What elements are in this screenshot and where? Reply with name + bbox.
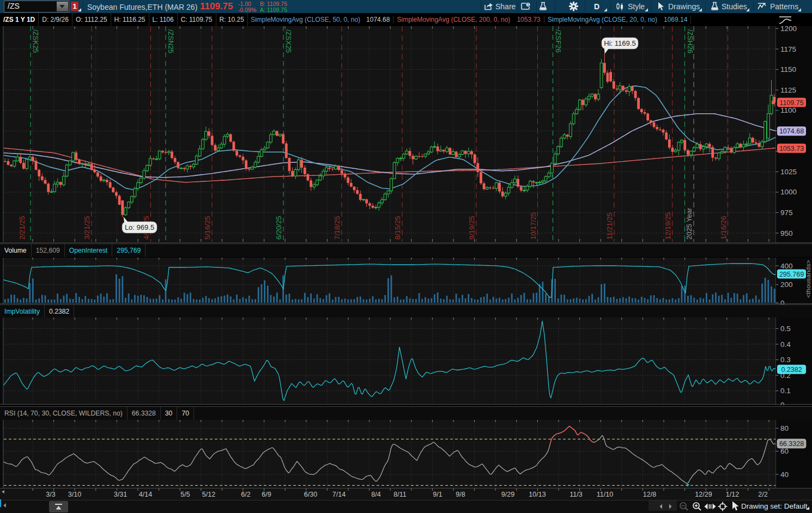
svg-text:0.3: 0.3 bbox=[780, 356, 791, 364]
svg-text:8/11: 8/11 bbox=[393, 491, 406, 498]
svg-text:5/5: 5/5 bbox=[180, 491, 190, 498]
svg-text:950: 950 bbox=[780, 229, 793, 237]
svg-text:40: 40 bbox=[780, 471, 789, 479]
svg-text:3/31: 3/31 bbox=[114, 491, 127, 498]
svg-text:2/2: 2/2 bbox=[758, 491, 767, 498]
svg-text:7/14: 7/14 bbox=[332, 491, 346, 498]
svg-text:9/29: 9/29 bbox=[501, 491, 514, 498]
svg-text:0.1: 0.1 bbox=[780, 387, 791, 395]
svg-text:6/30: 6/30 bbox=[304, 491, 317, 498]
svg-text:1053.73: 1053.73 bbox=[779, 145, 804, 152]
svg-text:8/4: 8/4 bbox=[371, 491, 380, 498]
svg-text:975: 975 bbox=[780, 209, 793, 217]
svg-text:/ZSX25: /ZSX25 bbox=[284, 29, 293, 53]
svg-text:9/1: 9/1 bbox=[433, 491, 442, 498]
svg-text:1200: 1200 bbox=[780, 26, 797, 33]
svg-text:200: 200 bbox=[780, 280, 793, 289]
svg-text:1175: 1175 bbox=[780, 45, 796, 53]
svg-text:1/12: 1/12 bbox=[726, 491, 739, 498]
svg-text:7/18/25: 7/18/25 bbox=[333, 216, 341, 240]
svg-text:5/12: 5/12 bbox=[202, 491, 215, 498]
svg-text:1/16/26: 1/16/26 bbox=[719, 216, 728, 240]
svg-text:3/10: 3/10 bbox=[68, 491, 81, 498]
svg-text:11/10: 11/10 bbox=[597, 491, 613, 498]
svg-text:0.2382: 0.2382 bbox=[781, 366, 802, 374]
svg-text:66.3328: 66.3328 bbox=[779, 440, 804, 448]
svg-text:10/13: 10/13 bbox=[529, 491, 546, 498]
svg-text:60: 60 bbox=[780, 447, 789, 455]
svg-text:80: 80 bbox=[780, 424, 789, 432]
svg-text:9/19/25: 9/19/25 bbox=[468, 216, 476, 240]
svg-text:1125: 1125 bbox=[780, 86, 796, 94]
svg-text:5/16/25: 5/16/25 bbox=[203, 216, 211, 240]
svg-text:10/17/25: 10/17/25 bbox=[529, 212, 537, 240]
svg-text:1025: 1025 bbox=[780, 168, 797, 176]
svg-text:/ZSF26: /ZSF26 bbox=[554, 29, 562, 53]
svg-text:/ZSN25: /ZSN25 bbox=[167, 29, 175, 53]
svg-text:295.769: 295.769 bbox=[779, 271, 804, 278]
svg-text:2/21/25: 2/21/25 bbox=[18, 216, 26, 240]
svg-text:3/21/25: 3/21/25 bbox=[83, 216, 91, 240]
svg-text:0.4: 0.4 bbox=[780, 340, 791, 349]
svg-text:1150: 1150 bbox=[780, 65, 796, 74]
svg-text:2025 Year: 2025 Year bbox=[685, 207, 693, 240]
svg-text:6/9: 6/9 bbox=[262, 491, 271, 498]
svg-text:6/20/25: 6/20/25 bbox=[275, 216, 283, 240]
svg-text:6/2: 6/2 bbox=[241, 491, 250, 498]
svg-text:9/8: 9/8 bbox=[456, 491, 465, 498]
svg-text:4/14: 4/14 bbox=[139, 491, 152, 498]
svg-text:1100: 1100 bbox=[780, 106, 796, 114]
svg-text:1109.75: 1109.75 bbox=[779, 99, 803, 107]
svg-text:400: 400 bbox=[780, 262, 793, 270]
svg-text:Lo: 969.5: Lo: 969.5 bbox=[125, 223, 154, 231]
svg-text:/ZSH26: /ZSH26 bbox=[686, 29, 694, 53]
svg-text:11/21/25: 11/21/25 bbox=[605, 212, 614, 240]
svg-text:3/3: 3/3 bbox=[46, 491, 55, 498]
svg-text:0.5: 0.5 bbox=[780, 325, 791, 333]
svg-text:1000: 1000 bbox=[780, 188, 797, 196]
svg-text:12/19/25: 12/19/25 bbox=[664, 212, 672, 240]
svg-text:8/15/25: 8/15/25 bbox=[393, 216, 402, 240]
svg-text:12/8: 12/8 bbox=[643, 491, 656, 498]
svg-text:12/29: 12/29 bbox=[695, 491, 712, 498]
svg-text:11/3: 11/3 bbox=[569, 491, 582, 498]
svg-text:/ZSK25: /ZSK25 bbox=[32, 29, 40, 53]
svg-text:Hi: 1169.5: Hi: 1169.5 bbox=[604, 39, 635, 47]
svg-text:1074.68: 1074.68 bbox=[779, 127, 804, 135]
